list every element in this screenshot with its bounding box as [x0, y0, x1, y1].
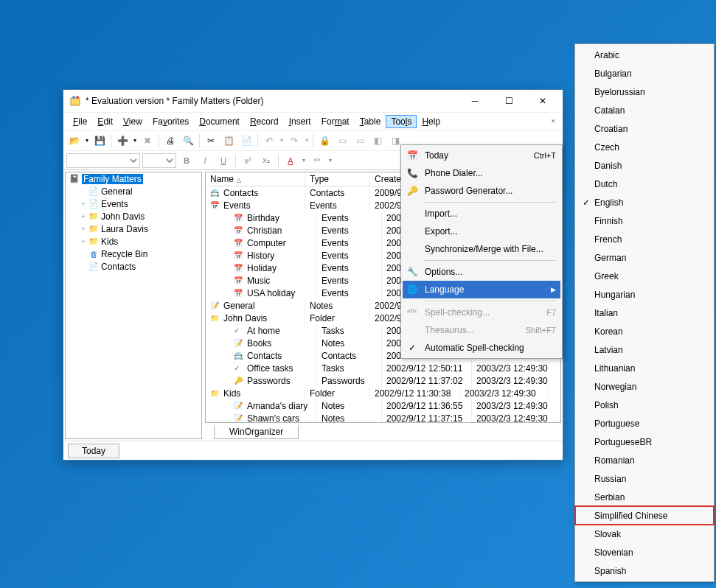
- language-item[interactable]: Serbian: [575, 488, 714, 506]
- delete-button[interactable]: ✖: [139, 133, 156, 149]
- folder-tree[interactable]: 📓Family Matters📄General+📄Events+📁John Da…: [65, 172, 202, 439]
- language-item[interactable]: Latvian: [575, 340, 714, 359]
- tools-menu-item[interactable]: 🌐Language▶: [403, 281, 560, 298]
- language-item[interactable]: German: [575, 248, 714, 267]
- save-button[interactable]: 💾: [91, 133, 108, 149]
- paste-button[interactable]: 📄: [238, 133, 254, 149]
- tools-menu-item[interactable]: 🔑Password Generator...: [403, 182, 560, 200]
- tree-root[interactable]: 📓Family Matters: [66, 172, 201, 185]
- bold-button[interactable]: B: [178, 153, 195, 168]
- tools-menu-item[interactable]: Import...: [403, 205, 560, 223]
- view-button-3[interactable]: ◧: [369, 133, 386, 149]
- minimize-button[interactable]: ─: [458, 91, 492, 111]
- open-dropdown[interactable]: ▾: [84, 133, 90, 149]
- menu-record[interactable]: Record: [245, 115, 284, 128]
- language-item[interactable]: Lithuanian: [575, 359, 714, 377]
- language-item[interactable]: Portuguese: [575, 414, 714, 433]
- preview-button[interactable]: 🔍: [180, 133, 196, 149]
- menu-edit[interactable]: Edit: [92, 115, 118, 128]
- language-item[interactable]: Danish: [575, 156, 714, 175]
- tree-item[interactable]: +📄Events: [66, 197, 201, 210]
- language-item[interactable]: ✓English: [575, 193, 714, 211]
- tools-menu-item[interactable]: 🔧Options...: [403, 263, 560, 281]
- lock-button[interactable]: 🔒: [316, 133, 333, 149]
- tab-winorganizer[interactable]: WinOrganizer: [214, 425, 299, 439]
- subscript-button[interactable]: x₂: [258, 153, 274, 168]
- language-item[interactable]: Catalan: [575, 101, 714, 119]
- language-item[interactable]: Polish: [575, 396, 714, 414]
- language-item[interactable]: Slovenian: [575, 543, 714, 561]
- undo-button[interactable]: ↶: [261, 133, 277, 149]
- language-item[interactable]: PortugueseBR: [575, 433, 714, 451]
- menu-favorites[interactable]: Favorites: [147, 115, 194, 128]
- language-item[interactable]: Arabic: [575, 46, 714, 64]
- highlight-dropdown[interactable]: ▾: [327, 153, 333, 168]
- language-item[interactable]: Hungarian: [575, 285, 714, 304]
- open-button[interactable]: 📂: [66, 133, 83, 149]
- menu-table[interactable]: Table: [355, 115, 386, 128]
- cut-button[interactable]: ✂: [203, 133, 219, 149]
- superscript-button[interactable]: x²: [240, 153, 256, 168]
- tools-menu-item[interactable]: 📅TodayCtrl+T: [403, 147, 560, 164]
- maximize-button[interactable]: ☐: [492, 91, 526, 111]
- font-color-button[interactable]: A: [282, 153, 299, 168]
- tree-item[interactable]: +📁Kids: [66, 235, 201, 248]
- copy-button[interactable]: 📋: [220, 133, 237, 149]
- list-row[interactable]: 🔑PasswordsPasswords2002/9/12 11:37:02200…: [206, 374, 560, 387]
- tree-item[interactable]: 📄Contacts: [66, 260, 201, 273]
- language-item[interactable]: Dutch: [575, 175, 714, 193]
- language-item[interactable]: Croatian: [575, 119, 714, 138]
- menu-tools[interactable]: Tools: [386, 115, 417, 128]
- tree-item[interactable]: 🗑Recycle Bin: [66, 248, 201, 260]
- language-item[interactable]: Romanian: [575, 451, 714, 469]
- menu-help[interactable]: Help: [417, 115, 445, 128]
- tools-menu-item[interactable]: Synchronize/Merge with File...: [403, 240, 560, 258]
- menubar-close-button[interactable]: ×: [548, 117, 558, 125]
- new-dropdown[interactable]: ▾: [132, 133, 138, 149]
- redo-dropdown[interactable]: ▾: [304, 133, 310, 149]
- menu-view[interactable]: View: [118, 115, 147, 128]
- tools-menu-item[interactable]: Export...: [403, 223, 560, 240]
- tools-menu-item[interactable]: ✓Automatic Spell-checking: [403, 339, 560, 357]
- tree-item[interactable]: +📁John Davis: [66, 210, 201, 223]
- today-status-button[interactable]: Today: [68, 444, 119, 458]
- titlebar[interactable]: * Evaluation version * Family Matters (F…: [63, 90, 563, 112]
- highlight-button[interactable]: ✏: [309, 153, 325, 168]
- language-item[interactable]: Italian: [575, 304, 714, 322]
- language-item[interactable]: Norwegian: [575, 377, 714, 396]
- view-button-2[interactable]: ▭: [352, 133, 368, 149]
- language-item[interactable]: Bulgarian: [575, 64, 714, 83]
- tools-menu-item[interactable]: Thesaurus...Shift+F7: [403, 321, 560, 339]
- font-color-dropdown[interactable]: ▾: [301, 153, 307, 168]
- language-item[interactable]: Czech: [575, 138, 714, 156]
- menu-file[interactable]: File: [68, 115, 92, 128]
- italic-button[interactable]: I: [197, 153, 213, 168]
- list-row[interactable]: ✓Office tasksTasks2002/9/12 12:50:112003…: [206, 362, 560, 374]
- language-item[interactable]: Korean: [575, 322, 714, 340]
- menu-format[interactable]: Format: [316, 115, 355, 128]
- menu-document[interactable]: Document: [194, 115, 245, 128]
- language-item[interactable]: Spanish: [575, 561, 714, 580]
- language-item[interactable]: French: [575, 230, 714, 248]
- menu-insert[interactable]: Insert: [284, 115, 316, 128]
- language-item[interactable]: Byelorussian: [575, 83, 714, 101]
- view-button-1[interactable]: ▭: [334, 133, 350, 149]
- list-row[interactable]: 📁KidsFolder2002/9/12 11:30:382003/2/3 12…: [206, 387, 560, 399]
- redo-button[interactable]: ↷: [286, 133, 302, 149]
- tree-item[interactable]: 📄General: [66, 185, 201, 197]
- tree-item[interactable]: +📁Laura Davis: [66, 223, 201, 235]
- undo-dropdown[interactable]: ▾: [279, 133, 285, 149]
- language-item[interactable]: Simplified Chinese: [575, 506, 714, 525]
- list-row[interactable]: 📝Amanda's diaryNotes2002/9/12 11:36:5520…: [206, 399, 560, 412]
- language-item[interactable]: Russian: [575, 469, 714, 488]
- tools-menu-item[interactable]: 📞Phone Dialer...: [403, 164, 560, 182]
- language-item[interactable]: Finnish: [575, 211, 714, 230]
- font-family-combo[interactable]: [66, 153, 140, 168]
- close-button[interactable]: ✕: [526, 91, 560, 111]
- underline-button[interactable]: U: [215, 153, 232, 168]
- font-size-combo[interactable]: [142, 153, 176, 168]
- tools-menu-item[interactable]: ᵃᵇᶜSpell-checking...F7: [403, 304, 560, 321]
- print-button[interactable]: 🖨: [162, 133, 178, 149]
- language-item[interactable]: Slovak: [575, 525, 714, 543]
- list-row[interactable]: 📝Shawn's carsNotes2002/9/12 11:37:152003…: [206, 412, 560, 423]
